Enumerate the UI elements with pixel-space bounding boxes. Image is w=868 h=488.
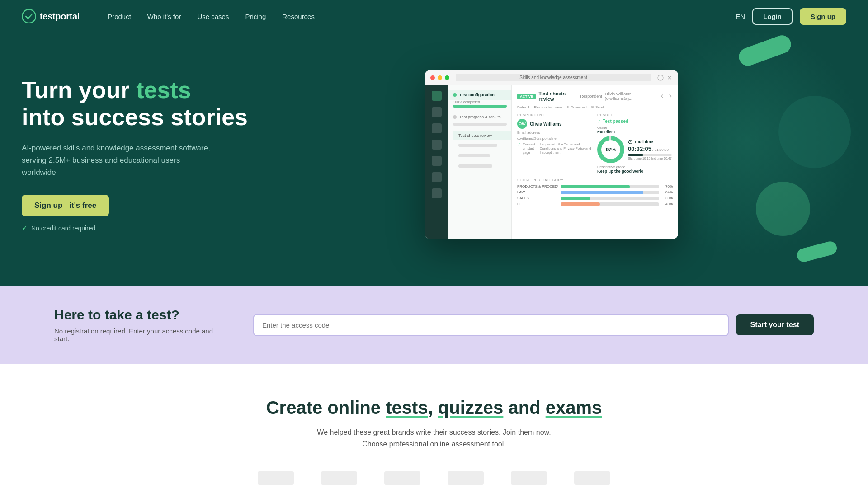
lang-selector[interactable]: EN (736, 13, 745, 20)
mock-progress-label: 100% completed (448, 100, 511, 104)
mock-cat-pct-0: 70% (662, 184, 673, 188)
no-cc-label: ✓ No credit card required (22, 224, 257, 232)
access-code-input[interactable] (253, 314, 729, 336)
mock-cat-bar-fill-0 (561, 185, 630, 188)
start-test-button[interactable]: Start your test (736, 314, 814, 335)
mock-respondent-name: Olivia Williams (o.williams@j... (605, 92, 657, 101)
mock-cat-bar-fill-3 (561, 202, 600, 206)
take-test-subtitle: No registration required. Enter your acc… (54, 327, 226, 343)
nav-pricing[interactable]: Pricing (239, 9, 272, 24)
mock-progress-bar-filled (453, 105, 507, 108)
create-link-tests[interactable]: tests (386, 398, 428, 418)
mock-grade-label: Grade (597, 126, 673, 130)
mock-sidebar-icon-7 (432, 188, 442, 198)
mock-timer-bar-fill (628, 154, 643, 156)
mock-cat-row-2: SALES 30% (517, 196, 673, 200)
mock-email-label: Email address (517, 131, 593, 135)
mock-cat-name-2: SALES (517, 196, 558, 200)
mock-progress-bar-empty (453, 123, 507, 126)
mock-dot-red (430, 75, 435, 80)
checkmark-icon: ✓ (22, 224, 28, 232)
mock-user-name: Olivia Williams (530, 122, 562, 127)
mock-sidebar-icon-4 (432, 140, 442, 150)
mock-consent: ✓ Consent on start page I agree with the… (517, 142, 593, 155)
mock-cat-name-0: PRODUCTS & PROCEDURES (517, 184, 558, 188)
nav-who[interactable]: Who it's for (141, 9, 188, 24)
mock-categories: SCORE PER CATEGORY PRODUCTS & PROCEDURES… (517, 178, 673, 206)
mock-sidebar-icon-6 (432, 172, 442, 182)
nav-product[interactable]: Product (101, 9, 137, 24)
svg-point-1 (658, 75, 663, 80)
mock-cat-pct-2: 30% (662, 196, 673, 200)
mock-screen: Skills and knowledge assessment (425, 70, 678, 239)
mock-desc-grade-val: Keep up the good work! (597, 169, 673, 174)
nav-resources[interactable]: Resources (276, 9, 321, 24)
mock-cat-row-1: LAW 84% (517, 190, 673, 194)
mock-dot-yellow (438, 75, 442, 80)
mock-cat-header: SCORE PER CATEGORY (517, 178, 673, 182)
mock-sidebar-icon-3 (432, 123, 442, 133)
mock-inner-results: Test progress & results (448, 112, 511, 122)
logo-4 (448, 471, 484, 485)
logo-6 (574, 471, 610, 485)
svg-point-0 (22, 9, 36, 23)
mock-grade-val: Excellent (597, 130, 673, 134)
mock-inner-dot-gray (453, 115, 457, 119)
mock-consent-check: ✓ (517, 142, 521, 147)
hero-title: Turn your tests into success stories (22, 77, 257, 131)
mock-respondent-label: Respondent (580, 94, 602, 99)
hero-cta-button[interactable]: Sign up - it's free (22, 195, 109, 216)
mock-timer-bar-track (628, 154, 672, 156)
mock-sidebar-icon-5 (432, 156, 442, 166)
mock-cat-name-3: IT (517, 202, 558, 206)
mock-donut-area: 97% Total time 00:32:05 / 0 (597, 136, 673, 163)
mock-donut-inner: 97% (601, 140, 620, 159)
mock-avatar: OW (517, 119, 527, 129)
mock-nav-item-2 (453, 140, 511, 150)
svg-line-6 (630, 142, 631, 142)
mock-active-badge: ACTIVE (517, 94, 536, 99)
login-button[interactable]: Login (752, 8, 793, 25)
mock-donut-chart: 97% (597, 136, 624, 163)
mock-result-label: RESULT (597, 113, 673, 117)
mock-nav-prev-icon (660, 94, 665, 99)
mock-cat-bar-track-0 (561, 185, 659, 188)
mock-user-info: Olivia Williams (530, 122, 562, 127)
mock-consent-page-label: Consent on start page (523, 142, 538, 155)
logos-row (22, 471, 846, 485)
nav-right: EN Login Sign up (736, 8, 846, 25)
navbar: testportal Product Who it's for Use case… (0, 0, 868, 33)
mock-nav-item-4 (453, 161, 511, 171)
nav-use-cases[interactable]: Use cases (191, 9, 235, 24)
mock-sidebar-icon-2 (432, 107, 442, 117)
mock-inner-config: Test configuration (448, 90, 511, 100)
mock-passed-check: ✓ (597, 119, 601, 124)
create-link-quizzes[interactable]: quizzes (438, 398, 503, 418)
take-test-section: Here to take a test? No registration req… (0, 286, 868, 364)
take-test-right: Start your test (253, 314, 814, 336)
timer-icon (628, 140, 632, 144)
brand-logo[interactable]: testportal (22, 9, 80, 23)
mock-inner-sidebar: Test configuration 100% completed Test p… (448, 85, 512, 239)
create-link-exams[interactable]: exams (546, 398, 602, 418)
create-subtitle: We helped these great brands write their… (307, 427, 561, 450)
mock-action-row: Dates 1 Respondent view ⬇ Download ✉ Sen… (517, 105, 673, 109)
mock-result-header: RESPONDENT (517, 113, 593, 117)
mock-timer-col: Total time 00:32:05 / 01:30:00 (628, 140, 672, 160)
mock-result-col: RESULT ✓ Test passed Grade Excellent 97% (597, 113, 673, 174)
signup-button[interactable]: Sign up (800, 8, 846, 25)
deco-shape-3 (778, 96, 851, 168)
mock-titlebar: Skills and knowledge assessment (425, 70, 678, 85)
mock-timer-values: 00:32:05 / 01:30:00 (628, 145, 672, 152)
create-section: Create online tests, quizzes and exams W… (0, 364, 868, 488)
mock-sidebar (425, 85, 448, 239)
mock-nav-next-icon (668, 94, 673, 99)
mock-test-name: Test sheets review (538, 91, 580, 102)
mock-sidebar-icon-1 (432, 91, 442, 101)
mock-passed-badge: ✓ Test passed (597, 119, 673, 124)
mock-main-header: ACTIVE Test sheets review Respondent Oli… (517, 91, 673, 102)
hero-image-area: Skills and knowledge assessment (257, 60, 846, 249)
take-test-title: Here to take a test? (54, 307, 226, 323)
mock-cat-pct-1: 84% (662, 190, 673, 194)
mock-passed-text: Test passed (603, 119, 628, 124)
